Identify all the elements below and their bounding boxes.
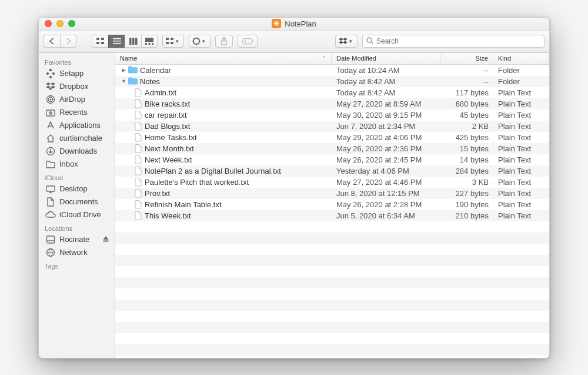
sidebar-item[interactable]: Setapp <box>39 67 115 80</box>
share-button[interactable] <box>215 35 233 48</box>
nav-segment <box>44 35 76 48</box>
eject-icon[interactable] <box>103 235 109 244</box>
sidebar-item[interactable]: Applications <box>39 119 115 132</box>
sidebar-item[interactable]: Rocinate <box>39 233 115 246</box>
column-header-name[interactable]: Name ⌃ <box>115 53 332 64</box>
recents-icon <box>46 108 55 117</box>
sidebar-item[interactable]: Downloads <box>39 145 115 158</box>
sidebar-item[interactable]: Inbox <box>39 158 115 171</box>
file-row[interactable]: Prov.txtJun 8, 2020 at 12:15 PM227 bytes… <box>115 188 549 199</box>
empty-row <box>115 288 549 300</box>
empty-row <box>115 244 549 255</box>
action-menu-button[interactable]: ▾ <box>189 35 211 48</box>
file-row[interactable]: Next Month.txtMay 26, 2020 at 2:36 PM15 … <box>115 143 549 154</box>
back-button[interactable] <box>44 35 60 48</box>
sidebar-section-header: iCloud <box>39 171 115 182</box>
group-by-button[interactable]: ▾ <box>162 35 184 48</box>
text-file-icon <box>134 110 142 120</box>
svg-rect-7 <box>129 38 132 45</box>
file-name: Admin.txt <box>145 88 176 97</box>
sidebar-item[interactable]: Network <box>39 246 115 259</box>
minimize-window-button[interactable] <box>56 20 64 27</box>
list-view-button[interactable] <box>108 35 125 48</box>
svg-rect-3 <box>101 42 104 44</box>
svg-rect-5 <box>113 41 121 42</box>
tags-button[interactable] <box>238 35 258 48</box>
column-header-kind[interactable]: Kind <box>493 53 549 64</box>
file-row[interactable]: Home Tasks.txtMay 29, 2020 at 4:06 PM425… <box>115 132 549 143</box>
sidebar-item-label: Applications <box>59 121 101 130</box>
close-window-button[interactable] <box>45 20 52 27</box>
column-header-date[interactable]: Date Modified <box>332 53 440 64</box>
file-name: car repair.txt <box>145 111 187 120</box>
empty-row <box>115 322 549 333</box>
forward-button[interactable] <box>60 35 76 48</box>
file-date: Jun 7, 2020 at 2:34 PM <box>332 122 440 131</box>
sort-ascending-icon: ⌃ <box>322 55 326 61</box>
svg-point-31 <box>367 38 372 42</box>
folder-row[interactable]: ▼NotesToday at 8:42 AM--Folder <box>115 76 549 87</box>
file-date: May 27, 2020 at 8:59 AM <box>332 99 440 108</box>
disclosure-triangle[interactable]: ▶ <box>120 67 126 73</box>
svg-line-24 <box>198 43 199 44</box>
empty-row <box>115 300 549 311</box>
dropbox-toolbar-button[interactable]: ▾ <box>335 35 358 48</box>
icon-view-button[interactable] <box>92 35 108 48</box>
search-input[interactable] <box>376 37 540 45</box>
file-row[interactable]: Refinish Main Table.txtMay 26, 2020 at 2… <box>115 199 549 210</box>
column-view-button[interactable] <box>125 35 141 48</box>
text-file-icon <box>134 211 142 220</box>
file-row[interactable]: Admin.txtToday at 8:42 AM117 bytesPlain … <box>115 87 549 98</box>
dropbox-icon <box>46 82 55 91</box>
sidebar-item[interactable]: Dropbox <box>39 80 115 93</box>
empty-row <box>115 356 549 358</box>
sidebar-item[interactable]: curtismchale <box>39 132 115 145</box>
file-row[interactable]: Bike racks.txtMay 27, 2020 at 8:59 AM680… <box>115 98 549 109</box>
chevron-down-icon: ▾ <box>348 38 354 44</box>
file-row[interactable]: Next Week.txtMay 26, 2020 at 2:45 PM14 b… <box>115 154 549 165</box>
sidebar-item[interactable]: Recents <box>39 106 115 119</box>
folder-icon <box>128 77 138 85</box>
folder-row[interactable]: ▶CalendarToday at 10:24 AM--Folder <box>115 65 549 76</box>
sidebar-section-header: Favorites <box>39 55 115 67</box>
svg-rect-34 <box>46 72 49 75</box>
column-header-size-label: Size <box>476 55 488 62</box>
svg-point-39 <box>50 98 52 100</box>
file-name: Bike racks.txt <box>145 99 190 108</box>
file-row[interactable]: Dad Blogs.txtJun 7, 2020 at 2:34 PM2 KBP… <box>115 121 549 132</box>
applications-icon <box>46 121 55 130</box>
search-field[interactable] <box>362 35 544 48</box>
gallery-view-button[interactable] <box>141 35 158 48</box>
file-kind: Plain Text <box>493 111 549 120</box>
file-size: 2 KB <box>440 122 493 131</box>
text-file-icon <box>134 99 142 108</box>
file-row[interactable]: NotePlan 2 as a Digital Bullet Journal.t… <box>115 165 549 177</box>
sidebar-item[interactable]: AirDrop <box>39 93 115 106</box>
sidebar-item-label: Recents <box>59 108 88 117</box>
sidebar-item[interactable]: Desktop <box>39 182 115 195</box>
file-kind: Plain Text <box>493 200 549 209</box>
text-file-icon <box>134 121 142 131</box>
file-row[interactable]: car repair.txtMay 30, 2020 at 9:15 PM45 … <box>115 109 549 121</box>
svg-line-32 <box>371 42 373 44</box>
sidebar-item[interactable]: iCloud Drive <box>39 208 115 221</box>
file-size: 15 bytes <box>440 144 493 153</box>
file-row[interactable]: This Week.txtJun 5, 2020 at 6:34 AM210 b… <box>115 210 549 221</box>
search-icon <box>366 36 373 47</box>
file-row[interactable]: Paulette's Pitch that worked.txtMay 27, … <box>115 177 549 188</box>
disclosure-triangle[interactable]: ▼ <box>120 78 126 84</box>
file-name: NotePlan 2 as a Digital Bullet Journal.t… <box>145 167 281 175</box>
svg-rect-17 <box>171 42 173 44</box>
empty-row <box>115 277 549 288</box>
file-size: 117 bytes <box>440 88 493 97</box>
disk-icon <box>46 235 55 244</box>
svg-rect-50 <box>103 241 109 242</box>
column-header-size[interactable]: Size <box>440 53 493 64</box>
folder-icon <box>128 66 138 74</box>
file-size: 425 bytes <box>440 133 493 142</box>
sidebar-item[interactable]: Documents <box>39 195 115 208</box>
file-date: May 30, 2020 at 9:15 PM <box>332 111 440 120</box>
zoom-window-button[interactable] <box>68 20 75 27</box>
documents-icon <box>46 197 55 207</box>
text-file-icon <box>134 155 142 164</box>
